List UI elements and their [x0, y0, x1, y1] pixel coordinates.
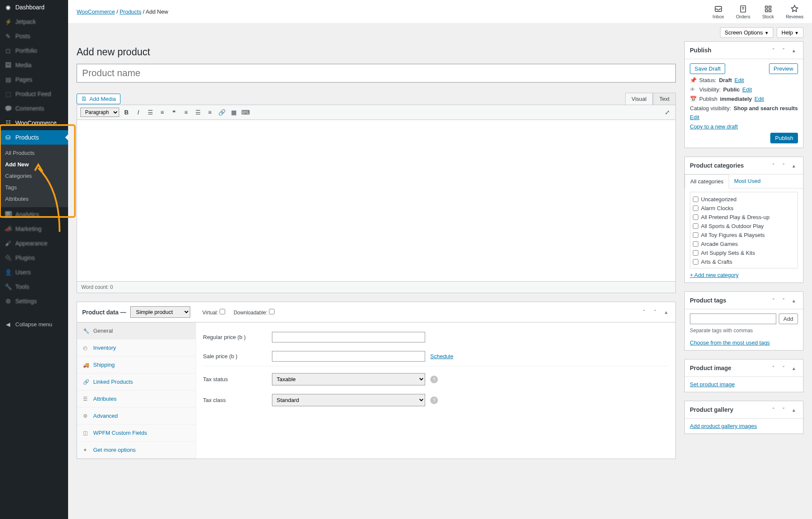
editor-tab-text[interactable]: Text [653, 93, 676, 105]
drag-handle-icon[interactable]: ▴ [789, 364, 798, 372]
topbar-stock[interactable]: Stock [762, 5, 774, 19]
chevron-up-icon[interactable]: ˄ [769, 296, 778, 305]
editor-tab-visual[interactable]: Visual [625, 93, 653, 105]
sidebar-item-dashboard[interactable]: ◉ Dashboard [0, 0, 68, 14]
product-name-input[interactable] [77, 64, 676, 83]
numbered-list-button[interactable]: ≡ [157, 108, 167, 117]
product-type-select[interactable]: Simple product [130, 306, 190, 318]
eye-icon: 👁 [690, 86, 697, 93]
add-gallery-images-link[interactable]: Add product gallery images [690, 423, 757, 429]
sidebar-sub-all-products[interactable]: All Products [0, 147, 68, 159]
collapse-label: Collapse menu [15, 321, 52, 328]
regular-price-input[interactable] [272, 332, 425, 342]
chevron-down-icon[interactable]: ˅ [779, 296, 788, 305]
tax-class-select[interactable]: Standard [272, 394, 425, 406]
topbar-reviews[interactable]: Reviews [786, 5, 803, 19]
chevron-up-icon[interactable]: ˄ [769, 364, 778, 372]
chevron-down-icon[interactable]: ˅ [651, 308, 659, 317]
tab-get-more[interactable]: ✦Get more options [77, 442, 196, 459]
breadcrumb-products[interactable]: Products [120, 9, 141, 15]
tab-general[interactable]: 🔧General [77, 322, 196, 339]
chevron-up-icon[interactable]: ˄ [769, 46, 778, 54]
blockquote-button[interactable]: ❝ [169, 108, 179, 117]
add-category-link[interactable]: + Add new category [690, 272, 739, 278]
schedule-link[interactable]: Schedule [430, 353, 453, 359]
tab-advanced[interactable]: ⚙Advanced [77, 408, 196, 425]
chevron-down-icon[interactable]: ˅ [779, 405, 788, 414]
collapse-menu[interactable]: ◀ Collapse menu [0, 317, 68, 331]
editor-content-area[interactable] [77, 120, 676, 282]
italic-button[interactable]: I [134, 108, 143, 117]
tab-attributes[interactable]: ☰Attributes [77, 391, 196, 408]
add-tag-button[interactable]: Add [779, 314, 798, 324]
category-list[interactable]: Uncategorized Alarm Clocks All Pretend P… [690, 192, 798, 268]
align-left-button[interactable]: ≡ [181, 108, 191, 117]
chevron-down-icon[interactable]: ˅ [779, 161, 788, 170]
topbar-inbox[interactable]: Inbox [712, 5, 724, 19]
category-checkbox[interactable] [693, 259, 698, 265]
virtual-checkbox[interactable] [220, 309, 225, 314]
drag-handle-icon[interactable]: ▴ [789, 405, 798, 414]
tax-status-select[interactable]: Taxable [272, 373, 425, 385]
preview-button[interactable]: Preview [769, 63, 798, 74]
format-select[interactable]: Paragraph [80, 108, 119, 117]
chevron-up-icon[interactable]: ˄ [640, 308, 648, 317]
chevron-down-icon[interactable]: ˅ [779, 46, 788, 54]
sidebar-sub-tags[interactable]: Tags [0, 182, 68, 193]
fullscreen-button[interactable]: ⤢ [663, 108, 672, 117]
chevron-down-icon[interactable]: ˅ [779, 364, 788, 372]
align-right-button[interactable]: ≡ [205, 108, 214, 117]
edit-status-link[interactable]: Edit [735, 77, 744, 83]
set-product-image-link[interactable]: Set product image [690, 381, 735, 388]
sidebar-sub-add-new[interactable]: Add New [0, 159, 68, 170]
inbox-icon [714, 5, 723, 13]
topbar-orders[interactable]: Orders [736, 5, 750, 19]
breadcrumb-current: Add New [146, 9, 168, 15]
cat-tab-most-used[interactable]: Most Used [729, 174, 766, 188]
tab-wpfm[interactable]: ◫WPFM Custom Fields [77, 425, 196, 442]
chevron-up-icon[interactable]: ˄ [769, 161, 778, 170]
tab-inventory[interactable]: ◴Inventory [77, 339, 196, 356]
drag-handle-icon[interactable]: ▴ [789, 46, 798, 54]
category-checkbox[interactable] [693, 241, 698, 247]
bold-button[interactable]: B [122, 108, 131, 117]
toolbar-toggle-button[interactable]: ⌨ [241, 108, 250, 117]
drag-handle-icon[interactable]: ▴ [662, 308, 670, 317]
align-center-button[interactable]: ☰ [193, 108, 203, 117]
edit-publish-link[interactable]: Edit [755, 96, 764, 102]
link-button[interactable]: 🔗 [217, 108, 226, 117]
help-button[interactable]: Help▼ [777, 27, 803, 38]
category-checkbox[interactable] [693, 250, 698, 256]
category-checkbox[interactable] [693, 223, 698, 229]
cat-tab-all[interactable]: All categories [685, 174, 729, 188]
sidebar-item-woocommerce[interactable]: ☷ WooCommerce [0, 116, 68, 130]
publish-button[interactable]: Publish [770, 133, 798, 143]
drag-handle-icon[interactable]: ▴ [789, 296, 798, 305]
choose-tags-link[interactable]: Choose from the most used tags [690, 339, 770, 346]
screen-options-button[interactable]: Screen Options▼ [720, 27, 774, 38]
category-checkbox[interactable] [693, 205, 698, 211]
sale-price-input[interactable] [272, 351, 425, 362]
help-icon[interactable]: ? [430, 376, 438, 383]
add-media-button[interactable]: 🖻 Add Media [77, 94, 120, 104]
copy-draft-link[interactable]: Copy to a new draft [690, 123, 738, 130]
category-checkbox[interactable] [693, 197, 698, 202]
sidebar-sub-attributes[interactable]: Attributes [0, 193, 68, 205]
help-icon[interactable]: ? [430, 396, 438, 404]
category-checkbox[interactable] [693, 214, 698, 220]
breadcrumb-woocommerce[interactable]: WooCommerce [77, 9, 115, 15]
sidebar-sub-categories[interactable]: Categories [0, 170, 68, 182]
sidebar-item-products[interactable]: ⛁ Products [0, 130, 68, 145]
edit-visibility-link[interactable]: Edit [742, 86, 752, 93]
readmore-button[interactable]: ▦ [229, 108, 238, 117]
tab-shipping[interactable]: 🚚Shipping [77, 356, 196, 374]
chevron-up-icon[interactable]: ˄ [769, 405, 778, 414]
tag-input[interactable] [690, 314, 776, 324]
bullet-list-button[interactable]: ☰ [146, 108, 155, 117]
drag-handle-icon[interactable]: ▴ [789, 161, 798, 170]
save-draft-button[interactable]: Save Draft [690, 63, 725, 74]
category-checkbox[interactable] [693, 232, 698, 238]
edit-catalog-link[interactable]: Edit [690, 114, 699, 120]
tab-linked-products[interactable]: 🔗Linked Products [77, 374, 196, 391]
downloadable-checkbox[interactable] [269, 309, 274, 314]
